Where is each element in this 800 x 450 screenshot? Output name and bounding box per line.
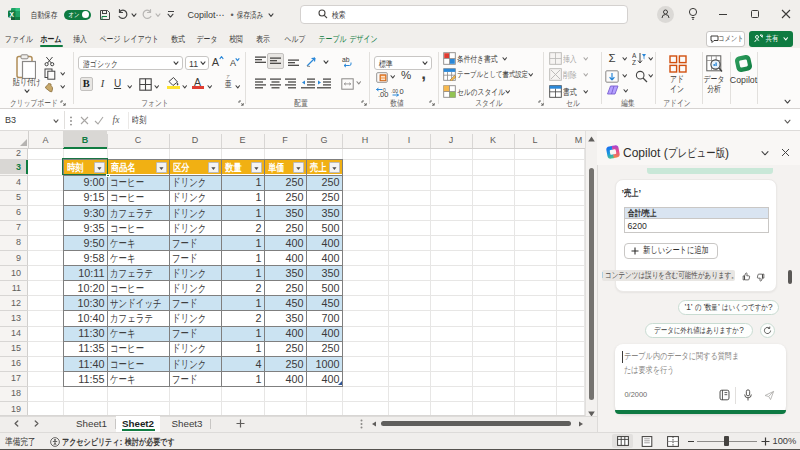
svg-text:0: 0 xyxy=(399,87,403,96)
svg-text:0: 0 xyxy=(383,87,386,93)
svg-text:X: X xyxy=(10,11,15,18)
svg-text:.00: .00 xyxy=(391,87,398,93)
svg-text:Z: Z xyxy=(632,59,636,65)
svg-text:A: A xyxy=(632,52,637,59)
